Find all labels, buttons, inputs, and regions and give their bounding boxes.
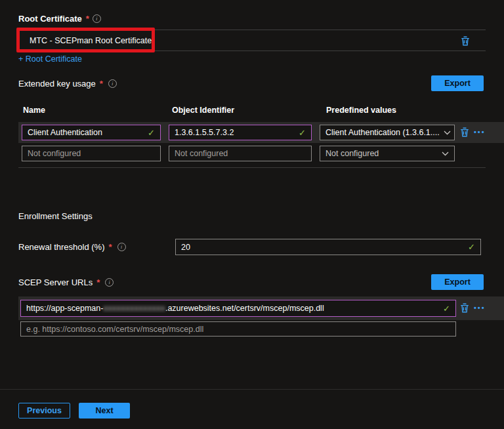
root-certificate-row[interactable]: MTC - SCEPman Root Certificate xyxy=(18,30,486,51)
scep-url-redacted-segment: xxxxxxxxxxxxxx xyxy=(103,304,165,313)
scep-url-more-options-button[interactable]: ••• xyxy=(474,304,486,312)
extended-key-usage-label: Extended key usage xyxy=(18,79,96,89)
info-icon[interactable]: i xyxy=(93,14,101,23)
eku-oid-input-empty[interactable]: Not configured xyxy=(169,146,312,161)
info-icon[interactable]: i xyxy=(117,243,126,251)
chevron-down-icon xyxy=(444,131,451,135)
previous-button[interactable]: Previous xyxy=(18,403,70,419)
scep-url-input[interactable]: https://app-scepman-xxxxxxxxxxxxxx.azure… xyxy=(20,300,456,317)
delete-eku-row-button[interactable] xyxy=(460,127,469,139)
section-divider xyxy=(18,167,486,168)
scep-url-prefix: https://app-scepman- xyxy=(26,304,103,313)
required-asterisk: * xyxy=(100,79,103,89)
scep-url-placeholder: e.g. https://contoso.com/certsrv/mscep/m… xyxy=(26,325,203,334)
delete-scep-url-button[interactable] xyxy=(460,303,469,315)
eku-predefined-value: Client Authentication (1.3.6.1.... xyxy=(326,128,440,137)
renewal-threshold-value: 20 xyxy=(181,243,190,252)
scep-profile-form: Root Certificate * i MTC - SCEPman Root … xyxy=(0,0,504,429)
enrollment-settings-heading: Enrollment Settings xyxy=(18,211,93,221)
column-header-predefined: Predefined values xyxy=(326,106,396,115)
delete-root-certificate-button[interactable] xyxy=(461,36,470,48)
eku-name-input-empty[interactable]: Not configured xyxy=(22,146,161,161)
required-asterisk: * xyxy=(86,14,89,24)
eku-oid-input[interactable]: 1.3.6.1.5.5.7.3.2 ✓ xyxy=(169,125,312,140)
eku-row-more-options-button[interactable]: ••• xyxy=(474,128,486,136)
scep-url-value: https://app-scepman-xxxxxxxxxxxxxx.azure… xyxy=(26,304,324,313)
scep-url-suffix: .azurewebsites.net/certsrv/mscep/mscep.d… xyxy=(165,304,324,313)
add-root-certificate-link[interactable]: + Root Certificate xyxy=(18,54,82,64)
scep-server-urls-label: SCEP Server URLs xyxy=(18,277,93,287)
valid-check-icon: ✓ xyxy=(148,128,155,138)
required-asterisk: * xyxy=(109,242,112,252)
eku-name-input[interactable]: Client Authentication ✓ xyxy=(22,125,161,140)
eku-name-placeholder: Not configured xyxy=(28,149,81,158)
root-certificate-label-row: Root Certificate * i xyxy=(18,14,101,24)
scep-server-urls-label-row: SCEP Server URLs * i xyxy=(18,277,114,287)
scep-url-input-empty[interactable]: e.g. https://contoso.com/certsrv/mscep/m… xyxy=(20,321,456,337)
info-icon[interactable]: i xyxy=(105,278,114,287)
next-button[interactable]: Next xyxy=(79,403,130,419)
eku-oid-value: 1.3.6.1.5.5.7.3.2 xyxy=(175,128,234,137)
chevron-down-icon xyxy=(442,152,449,156)
required-asterisk: * xyxy=(96,277,100,287)
column-header-name: Name xyxy=(23,106,45,115)
valid-check-icon: ✓ xyxy=(468,242,475,252)
renewal-threshold-label: Renewal threshold (%) xyxy=(18,242,105,252)
trash-icon xyxy=(461,36,470,48)
renewal-threshold-input[interactable]: 20 ✓ xyxy=(175,239,481,255)
trash-icon xyxy=(460,127,469,139)
extended-key-usage-label-row: Extended key usage * i xyxy=(18,79,117,89)
export-urls-button[interactable]: Export xyxy=(431,274,484,290)
valid-check-icon: ✓ xyxy=(299,128,306,138)
eku-predefined-placeholder: Not configured xyxy=(326,149,379,158)
renewal-threshold-label-row: Renewal threshold (%) * i xyxy=(18,242,126,252)
root-certificate-value: MTC - SCEPman Root Certificate xyxy=(18,36,152,45)
eku-oid-placeholder: Not configured xyxy=(175,149,228,158)
footer-divider xyxy=(0,389,504,390)
eku-predefined-select[interactable]: Client Authentication (1.3.6.1.... xyxy=(320,125,455,140)
info-icon[interactable]: i xyxy=(108,79,117,88)
eku-predefined-select-empty[interactable]: Not configured xyxy=(320,146,455,161)
trash-icon xyxy=(460,303,469,315)
eku-name-value: Client Authentication xyxy=(28,128,102,137)
column-header-oid: Object Identifier xyxy=(172,106,234,115)
root-certificate-label: Root Certificate xyxy=(18,14,82,24)
valid-check-icon: ✓ xyxy=(443,304,450,314)
export-eku-button[interactable]: Export xyxy=(431,75,484,91)
